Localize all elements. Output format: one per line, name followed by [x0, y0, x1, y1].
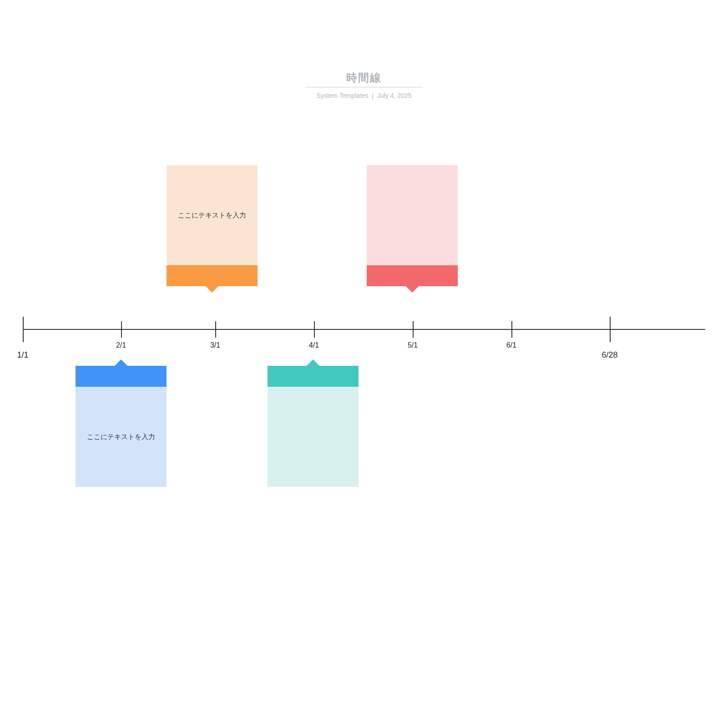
tick-label-5-1: 5/1 — [408, 341, 418, 349]
tick-5-1 — [413, 321, 414, 338]
event-card-header — [76, 366, 167, 387]
event-card-body[interactable] — [367, 165, 458, 265]
tick-4-1 — [314, 321, 315, 338]
pointer-down-icon — [406, 286, 419, 293]
pointer-down-icon — [206, 286, 218, 293]
event-card-teal[interactable] — [268, 359, 359, 487]
pointer-up-icon — [115, 359, 127, 366]
event-card-body[interactable]: ここにテキストを入力 — [167, 165, 258, 265]
event-card-pink[interactable] — [367, 165, 458, 293]
event-card-orange[interactable]: ここにテキストを入力 — [167, 165, 258, 293]
tick-label-end: 6/28 — [602, 350, 617, 360]
tick-2-1 — [121, 321, 122, 338]
event-card-body[interactable] — [268, 387, 359, 487]
event-card-text: ここにテキストを入力 — [178, 211, 246, 220]
tick-start — [23, 317, 24, 342]
tick-end — [610, 317, 611, 342]
event-card-footer — [167, 265, 258, 286]
timeline-canvas: 時間線 System Templates | July 4, 2025 1/1 … — [0, 0, 728, 728]
event-card-body[interactable]: ここにテキストを入力 — [76, 387, 167, 487]
event-card-text: ここにテキストを入力 — [87, 433, 155, 441]
tick-3-1 — [215, 321, 216, 338]
tick-6-1 — [511, 321, 512, 338]
tick-label-2-1: 2/1 — [116, 341, 126, 349]
event-card-blue[interactable]: ここにテキストを入力 — [76, 359, 167, 487]
header-block: 時間線 System Templates | July 4, 2025 — [305, 71, 423, 99]
pointer-up-icon — [307, 359, 319, 366]
subtitle-source: System Templates — [317, 92, 369, 99]
event-card-header — [268, 366, 359, 387]
subtitle-date: July 4, 2025 — [377, 92, 412, 99]
tick-label-4-1: 4/1 — [309, 341, 319, 349]
tick-label-3-1: 3/1 — [210, 341, 220, 349]
event-card-footer — [367, 265, 458, 286]
tick-label-start: 1/1 — [17, 350, 28, 360]
timeline-axis — [23, 329, 705, 330]
diagram-subtitle: System Templates | July 4, 2025 — [305, 92, 423, 99]
diagram-title[interactable]: 時間線 — [305, 71, 423, 87]
tick-label-6-1: 6/1 — [506, 341, 516, 349]
